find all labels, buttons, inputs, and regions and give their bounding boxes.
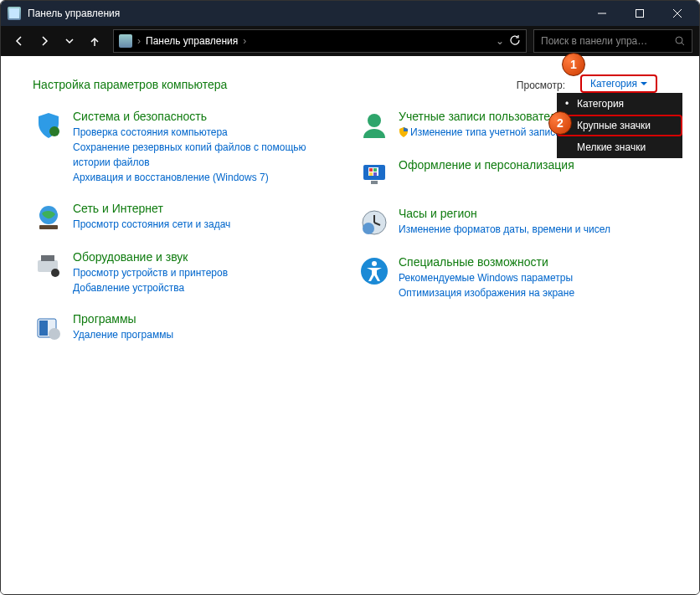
- chevron-right-icon: ›: [243, 35, 246, 47]
- forward-button[interactable]: [33, 29, 56, 53]
- user-icon: [358, 110, 390, 141]
- svg-rect-19: [369, 168, 373, 172]
- svg-line-6: [682, 43, 684, 45]
- chevron-right-icon: ›: [137, 35, 141, 47]
- view-dropdown[interactable]: Категория: [580, 74, 657, 93]
- svg-rect-11: [41, 255, 54, 261]
- view-current: Категория: [590, 78, 637, 90]
- nav-bar: › Панель управления › ⌄ Поиск в панели у…: [1, 26, 699, 56]
- svg-point-15: [49, 328, 60, 340]
- address-bar[interactable]: › Панель управления › ⌄: [113, 29, 527, 53]
- recent-button[interactable]: [58, 29, 81, 53]
- category-link[interactable]: Просмотр устройств и принтеров: [73, 265, 342, 280]
- category-hardware: Оборудование и звук Просмотр устройств и…: [33, 250, 342, 295]
- content-area: 1 2 Настройка параметров компьютера Прос…: [1, 56, 699, 594]
- category-link[interactable]: Архивация и восстановление (Windows 7): [73, 170, 342, 185]
- view-label: Просмотр:: [517, 80, 565, 91]
- view-option-small-icons[interactable]: Мелкие значки: [557, 136, 682, 158]
- clock-icon: [358, 207, 390, 239]
- svg-rect-20: [373, 168, 377, 172]
- address-icon: [119, 34, 132, 48]
- category-link[interactable]: Рекомендуемые Windows параметры: [399, 270, 667, 285]
- svg-point-7: [49, 126, 59, 136]
- up-button[interactable]: [83, 29, 106, 53]
- minimize-button[interactable]: [583, 1, 620, 26]
- view-option-category[interactable]: Категория: [557, 93, 682, 115]
- category-accessibility: Специальные возможности Рекомендуемые Wi…: [358, 255, 667, 300]
- back-button[interactable]: [8, 29, 31, 53]
- category-title[interactable]: Система и безопасность: [73, 110, 342, 123]
- category-title[interactable]: Оборудование и звук: [73, 250, 342, 264]
- page-heading: Настройка параметров компьютера: [33, 78, 667, 91]
- search-input[interactable]: Поиск в панели упра…: [533, 29, 692, 53]
- category-programs: Программы Удаление программы: [33, 312, 342, 344]
- window-title: Панель управления: [28, 8, 120, 19]
- annotation-1: 1: [562, 53, 585, 76]
- search-icon: [675, 36, 685, 46]
- svg-point-5: [676, 37, 682, 44]
- svg-rect-21: [369, 172, 373, 176]
- globe-icon: [33, 202, 64, 233]
- category-link[interactable]: Добавление устройства: [73, 280, 342, 295]
- category-appearance: Оформление и персонализация: [358, 158, 667, 190]
- window-controls: [583, 1, 696, 26]
- view-option-large-icons[interactable]: Крупные значки: [557, 115, 682, 136]
- shield-icon: [33, 110, 64, 141]
- category-title[interactable]: Программы: [73, 312, 342, 326]
- svg-point-16: [368, 114, 381, 127]
- category-link[interactable]: Сохранение резервных копий файлов с помо…: [73, 140, 342, 170]
- accessibility-icon: [358, 255, 390, 287]
- category-title[interactable]: Часы и регион: [399, 207, 667, 220]
- category-network: Сеть и Интернет Просмотр состояния сети …: [33, 202, 342, 233]
- breadcrumb-root[interactable]: Панель управления: [146, 35, 238, 47]
- category-link[interactable]: Просмотр состояния сети и задач: [73, 217, 342, 232]
- category-title[interactable]: Сеть и Интернет: [73, 202, 342, 215]
- search-placeholder: Поиск в панели упра…: [541, 35, 675, 47]
- category-link[interactable]: Удаление программы: [73, 327, 342, 342]
- close-button[interactable]: [658, 1, 696, 26]
- svg-point-29: [372, 261, 377, 266]
- svg-rect-22: [373, 172, 377, 176]
- category-link[interactable]: Оптимизация изображения на экране: [399, 285, 667, 300]
- uac-shield-icon: [399, 127, 409, 137]
- refresh-button[interactable]: [509, 34, 521, 49]
- svg-point-27: [363, 223, 374, 234]
- maximize-button[interactable]: [620, 1, 658, 26]
- control-panel-icon: [8, 7, 21, 20]
- title-bar: Панель управления: [1, 1, 699, 26]
- monitor-icon: [358, 158, 390, 190]
- svg-rect-23: [371, 181, 378, 184]
- svg-rect-9: [39, 225, 58, 229]
- svg-point-12: [51, 269, 59, 277]
- category-clock-region: Часы и регион Изменение форматов даты, в…: [358, 207, 667, 239]
- category-title[interactable]: Оформление и персонализация: [399, 158, 667, 172]
- left-column: Система и безопасность Проверка состояни…: [33, 110, 342, 361]
- printer-icon: [33, 250, 64, 282]
- category-link[interactable]: Изменение форматов даты, времени и чисел: [399, 222, 667, 237]
- chevron-down-icon[interactable]: ⌄: [496, 35, 504, 47]
- category-system-security: Система и безопасность Проверка состояни…: [33, 110, 342, 185]
- category-link[interactable]: Проверка состояния компьютера: [73, 125, 342, 140]
- annotation-2: 2: [548, 111, 572, 135]
- svg-rect-1: [636, 10, 643, 18]
- category-title[interactable]: Специальные возможности: [399, 255, 667, 269]
- view-menu: Категория Крупные значки Мелкие значки: [557, 93, 682, 158]
- programs-icon: [33, 312, 64, 344]
- svg-rect-14: [39, 321, 48, 336]
